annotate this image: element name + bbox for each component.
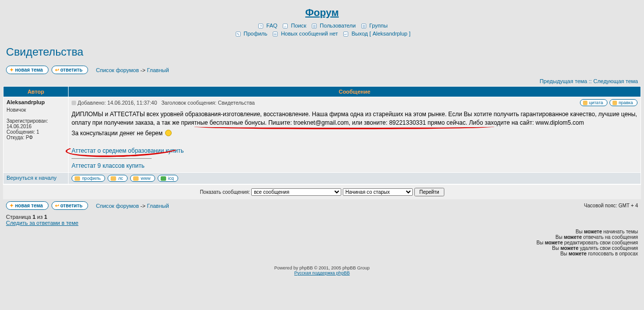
top-nav-1: ? FAQ ⌕ Поиск ☰ Пользователи ☰ Группы [0, 22, 644, 30]
posts-table: Автор Сообщение Aleksandrplup Новичок За… [3, 86, 641, 184]
icq-icon [161, 176, 166, 181]
nav-search[interactable]: Поиск [291, 23, 306, 29]
search-icon: ⌕ [283, 24, 288, 29]
envelope-icon [111, 176, 116, 181]
breadcrumb-root[interactable]: Список форумов [96, 67, 139, 73]
post-added-date: 14.06.2016, 11:37:40 [107, 100, 157, 106]
back-to-top-link[interactable]: Вернуться к началу [7, 175, 57, 181]
faq-icon: ? [258, 24, 263, 29]
topic-title: Свидетельства [0, 38, 644, 64]
post-cell: Добавлено: 14.06.2016, 11:37:40 Заголово… [69, 97, 641, 173]
person-icon [75, 176, 80, 181]
icq-button[interactable]: icq [158, 175, 179, 182]
post-mini-icon [72, 101, 76, 105]
back-to-top-cell: Вернуться к началу [4, 173, 69, 184]
timezone-label: Часовой пояс: GMT + 4 [584, 203, 638, 208]
th-message: Сообщение [69, 87, 641, 97]
groups-icon: ☰ [361, 24, 366, 29]
smiley-icon [165, 130, 172, 136]
nav-faq[interactable]: FAQ [266, 23, 277, 29]
new-topic-button-bottom[interactable]: ✦ новая тема [6, 201, 49, 210]
profile-button[interactable]: профиль [72, 175, 105, 182]
signature-separator [72, 158, 152, 159]
globe-icon [133, 176, 139, 181]
breadcrumb-root-bottom[interactable]: Список форумов [96, 203, 139, 209]
edit-icon [612, 101, 617, 105]
quote-button[interactable]: цитата [580, 99, 607, 106]
reply-icon: ↩ [55, 203, 59, 208]
nav-groups[interactable]: Группы [369, 23, 388, 29]
nav-profile[interactable]: Профиль [244, 31, 268, 37]
go-button[interactable] [414, 188, 444, 196]
profile-buttons-cell: профиль лс www icq [69, 173, 641, 184]
spam-link-2[interactable]: Аттестат 9 классов купить [72, 162, 145, 169]
breadcrumb-forum-bottom[interactable]: Главный [147, 203, 169, 209]
nav-pm[interactable]: Новых сообщений нет [281, 31, 338, 37]
breadcrumb-forum[interactable]: Главный [147, 67, 169, 73]
breadcrumb-sep: -> [141, 67, 147, 73]
top-nav-2: ✎ Профиль ✉ Новых сообщений нет ↩ Выход … [0, 30, 644, 38]
phpbb-ru-link[interactable]: Русская поддержка phpBB [294, 270, 350, 275]
edit-button[interactable]: правка [609, 99, 637, 106]
topic-nav-sep: :: [589, 78, 593, 84]
pm-icon: ✉ [273, 32, 278, 37]
footer: Powered by phpBB © 2001, 2005 phpBB Grou… [0, 260, 644, 280]
nav-logout[interactable]: Выход [ Aleksandrplup ] [351, 31, 410, 37]
prev-topic-link[interactable]: Предыдущая тема [539, 78, 587, 84]
next-topic-link[interactable]: Следующая тема [593, 78, 638, 84]
post-subject-label: Заголовок сообщения: [162, 100, 217, 106]
new-topic-button[interactable]: ✦ новая тема [6, 66, 49, 74]
www-button[interactable]: www [130, 175, 155, 182]
members-icon: ☰ [312, 24, 317, 29]
pm-button[interactable]: лс [108, 175, 128, 182]
watch-topic-link[interactable]: Следить за ответами в теме [6, 220, 79, 226]
annotation-underline-1 [194, 127, 494, 129]
time-range-select[interactable]: все сообщения [251, 188, 341, 196]
post-added-label: Добавлено: [78, 100, 106, 106]
profile-icon: ✎ [236, 32, 241, 37]
author-rank: Новичок [7, 107, 65, 113]
page-indicator: Страница 1 из 1 [6, 214, 47, 220]
plus-icon: ✦ [10, 203, 14, 208]
author-cell: Aleksandrplup Новичок Зарегистрирован: 1… [4, 97, 69, 173]
post-subject: Свидетельства [218, 100, 255, 106]
reply-button-bottom[interactable]: ↩ ответить [52, 201, 88, 210]
nav-members[interactable]: Пользователи [320, 23, 356, 29]
th-author: Автор [4, 87, 69, 97]
display-options: Показать сообщения: все сообщения Начина… [3, 184, 641, 199]
reply-icon: ↩ [55, 67, 59, 73]
quote-icon [583, 101, 587, 105]
sort-order-select[interactable]: Начиная со старых [343, 188, 413, 196]
permissions: Вы можете начинать темыВы можете отвечат… [0, 228, 644, 260]
spam-link-1[interactable]: Аттестат о среднем образовании купить [72, 147, 184, 154]
logout-icon: ↩ [343, 32, 348, 37]
post-body: ДИПЛОМЫ и АТТЕСТАТЫ всех уровней образов… [72, 110, 637, 170]
forum-home-link[interactable]: Форум [305, 7, 339, 18]
reply-button[interactable]: ↩ ответить [52, 66, 88, 74]
author-username: Aleksandrplup [7, 99, 65, 105]
plus-icon: ✦ [10, 67, 14, 73]
